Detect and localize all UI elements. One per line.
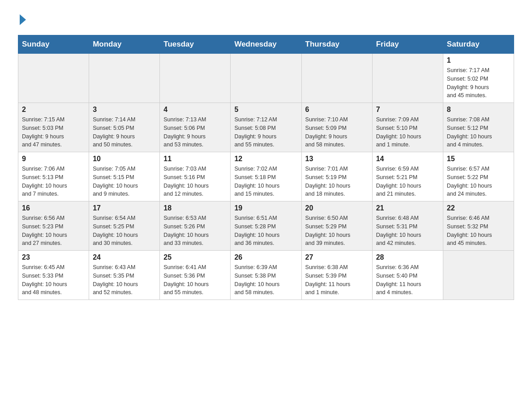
day-info: Sunrise: 7:01 AM Sunset: 5:19 PM Dayligh…: [305, 165, 369, 198]
day-info: Sunrise: 6:51 AM Sunset: 5:28 PM Dayligh…: [234, 214, 297, 248]
day-number: 15: [447, 155, 510, 163]
day-number: 5: [234, 106, 297, 114]
calendar-cell: 28Sunrise: 6:36 AM Sunset: 5:40 PM Dayli…: [372, 251, 443, 300]
calendar-cell: 17Sunrise: 6:54 AM Sunset: 5:25 PM Dayli…: [89, 201, 160, 251]
calendar-cell: 6Sunrise: 7:10 AM Sunset: 5:09 PM Daylig…: [301, 103, 372, 152]
day-info: Sunrise: 7:15 AM Sunset: 5:03 PM Dayligh…: [22, 116, 85, 149]
day-number: 4: [163, 106, 227, 114]
day-number: 16: [22, 204, 85, 212]
day-info: Sunrise: 7:03 AM Sunset: 5:16 PM Dayligh…: [163, 165, 227, 198]
day-number: 22: [447, 204, 510, 212]
calendar-table: SundayMondayTuesdayWednesdayThursdayFrid…: [18, 35, 514, 300]
day-number: 3: [93, 106, 156, 114]
calendar-cell: 13Sunrise: 7:01 AM Sunset: 5:19 PM Dayli…: [301, 152, 372, 201]
day-number: 13: [305, 155, 369, 163]
calendar-cell: 11Sunrise: 7:03 AM Sunset: 5:16 PM Dayli…: [160, 152, 231, 201]
calendar-cell: 24Sunrise: 6:43 AM Sunset: 5:35 PM Dayli…: [89, 251, 160, 300]
day-number: 14: [376, 155, 439, 163]
day-info: Sunrise: 7:09 AM Sunset: 5:10 PM Dayligh…: [376, 116, 439, 149]
page-header: [18, 13, 514, 26]
day-number: 17: [93, 204, 156, 212]
day-info: Sunrise: 6:45 AM Sunset: 5:33 PM Dayligh…: [22, 263, 85, 297]
day-info: Sunrise: 6:59 AM Sunset: 5:21 PM Dayligh…: [376, 165, 439, 198]
calendar-cell: [18, 54, 89, 103]
calendar-cell: 10Sunrise: 7:05 AM Sunset: 5:15 PM Dayli…: [89, 152, 160, 201]
calendar-cell: 19Sunrise: 6:51 AM Sunset: 5:28 PM Dayli…: [231, 201, 301, 251]
weekday-header-wednesday: Wednesday: [231, 35, 301, 54]
day-number: 23: [22, 253, 85, 261]
calendar-cell: [443, 251, 514, 300]
calendar-cell: 3Sunrise: 7:14 AM Sunset: 5:05 PM Daylig…: [89, 103, 160, 152]
day-info: Sunrise: 6:56 AM Sunset: 5:23 PM Dayligh…: [22, 214, 85, 248]
day-info: Sunrise: 6:38 AM Sunset: 5:39 PM Dayligh…: [305, 263, 369, 297]
day-info: Sunrise: 7:13 AM Sunset: 5:06 PM Dayligh…: [163, 116, 227, 149]
day-number: 24: [93, 253, 156, 261]
day-number: 12: [234, 155, 297, 163]
calendar-cell: [372, 54, 443, 103]
calendar-cell: 9Sunrise: 7:06 AM Sunset: 5:13 PM Daylig…: [18, 152, 89, 201]
day-info: Sunrise: 7:02 AM Sunset: 5:18 PM Dayligh…: [234, 165, 297, 198]
calendar-cell: 4Sunrise: 7:13 AM Sunset: 5:06 PM Daylig…: [160, 103, 231, 152]
day-info: Sunrise: 7:05 AM Sunset: 5:15 PM Dayligh…: [93, 165, 156, 198]
day-number: 11: [163, 155, 227, 163]
day-info: Sunrise: 6:39 AM Sunset: 5:38 PM Dayligh…: [234, 263, 297, 297]
day-info: Sunrise: 7:12 AM Sunset: 5:08 PM Dayligh…: [234, 116, 297, 149]
calendar-cell: 2Sunrise: 7:15 AM Sunset: 5:03 PM Daylig…: [18, 103, 89, 152]
calendar-header-row: SundayMondayTuesdayWednesdayThursdayFrid…: [18, 35, 514, 54]
calendar-cell: 27Sunrise: 6:38 AM Sunset: 5:39 PM Dayli…: [301, 251, 372, 300]
day-number: 9: [22, 155, 85, 163]
weekday-header-friday: Friday: [372, 35, 443, 54]
calendar-cell: 14Sunrise: 6:59 AM Sunset: 5:21 PM Dayli…: [372, 152, 443, 201]
calendar-cell: [301, 54, 372, 103]
day-info: Sunrise: 7:17 AM Sunset: 5:02 PM Dayligh…: [447, 66, 510, 100]
calendar-cell: 8Sunrise: 7:08 AM Sunset: 5:12 PM Daylig…: [443, 103, 514, 152]
calendar-cell: 7Sunrise: 7:09 AM Sunset: 5:10 PM Daylig…: [372, 103, 443, 152]
calendar-cell: [160, 54, 231, 103]
logo: [18, 13, 26, 26]
day-info: Sunrise: 6:50 AM Sunset: 5:29 PM Dayligh…: [305, 214, 369, 248]
calendar-cell: 5Sunrise: 7:12 AM Sunset: 5:08 PM Daylig…: [231, 103, 301, 152]
calendar-cell: 16Sunrise: 6:56 AM Sunset: 5:23 PM Dayli…: [18, 201, 89, 251]
calendar-cell: 20Sunrise: 6:50 AM Sunset: 5:29 PM Dayli…: [301, 201, 372, 251]
day-info: Sunrise: 6:54 AM Sunset: 5:25 PM Dayligh…: [93, 214, 156, 248]
day-info: Sunrise: 6:48 AM Sunset: 5:31 PM Dayligh…: [376, 214, 439, 248]
calendar-week-row: 16Sunrise: 6:56 AM Sunset: 5:23 PM Dayli…: [18, 201, 514, 251]
calendar-week-row: 1Sunrise: 7:17 AM Sunset: 5:02 PM Daylig…: [18, 54, 514, 103]
calendar-cell: [89, 54, 160, 103]
calendar-cell: 26Sunrise: 6:39 AM Sunset: 5:38 PM Dayli…: [231, 251, 301, 300]
weekday-header-tuesday: Tuesday: [160, 35, 231, 54]
day-number: 6: [305, 106, 369, 114]
logo-top: [18, 13, 26, 25]
day-number: 19: [234, 204, 297, 212]
day-info: Sunrise: 7:06 AM Sunset: 5:13 PM Dayligh…: [22, 165, 85, 198]
weekday-header-saturday: Saturday: [443, 35, 514, 54]
day-info: Sunrise: 6:53 AM Sunset: 5:26 PM Dayligh…: [163, 214, 227, 248]
day-number: 20: [305, 204, 369, 212]
calendar-cell: 25Sunrise: 6:41 AM Sunset: 5:36 PM Dayli…: [160, 251, 231, 300]
day-number: 8: [447, 106, 510, 114]
day-number: 26: [234, 253, 297, 261]
calendar-cell: 15Sunrise: 6:57 AM Sunset: 5:22 PM Dayli…: [443, 152, 514, 201]
calendar-cell: 18Sunrise: 6:53 AM Sunset: 5:26 PM Dayli…: [160, 201, 231, 251]
day-info: Sunrise: 6:36 AM Sunset: 5:40 PM Dayligh…: [376, 263, 439, 297]
calendar-cell: 1Sunrise: 7:17 AM Sunset: 5:02 PM Daylig…: [443, 54, 514, 103]
day-info: Sunrise: 7:14 AM Sunset: 5:05 PM Dayligh…: [93, 116, 156, 149]
calendar-cell: 12Sunrise: 7:02 AM Sunset: 5:18 PM Dayli…: [231, 152, 301, 201]
logo-arrow-icon: [20, 14, 26, 25]
calendar-cell: 22Sunrise: 6:46 AM Sunset: 5:32 PM Dayli…: [443, 201, 514, 251]
weekday-header-thursday: Thursday: [301, 35, 372, 54]
day-number: 21: [376, 204, 439, 212]
calendar-week-row: 2Sunrise: 7:15 AM Sunset: 5:03 PM Daylig…: [18, 103, 514, 152]
day-number: 7: [376, 106, 439, 114]
weekday-header-monday: Monday: [89, 35, 160, 54]
weekday-header-sunday: Sunday: [18, 35, 89, 54]
day-info: Sunrise: 6:43 AM Sunset: 5:35 PM Dayligh…: [93, 263, 156, 297]
day-number: 1: [447, 56, 510, 64]
calendar-cell: [231, 54, 301, 103]
day-number: 2: [22, 106, 85, 114]
day-info: Sunrise: 6:57 AM Sunset: 5:22 PM Dayligh…: [447, 165, 510, 198]
day-info: Sunrise: 6:41 AM Sunset: 5:36 PM Dayligh…: [163, 263, 227, 297]
calendar-cell: 23Sunrise: 6:45 AM Sunset: 5:33 PM Dayli…: [18, 251, 89, 300]
day-number: 27: [305, 253, 369, 261]
calendar-cell: 21Sunrise: 6:48 AM Sunset: 5:31 PM Dayli…: [372, 201, 443, 251]
